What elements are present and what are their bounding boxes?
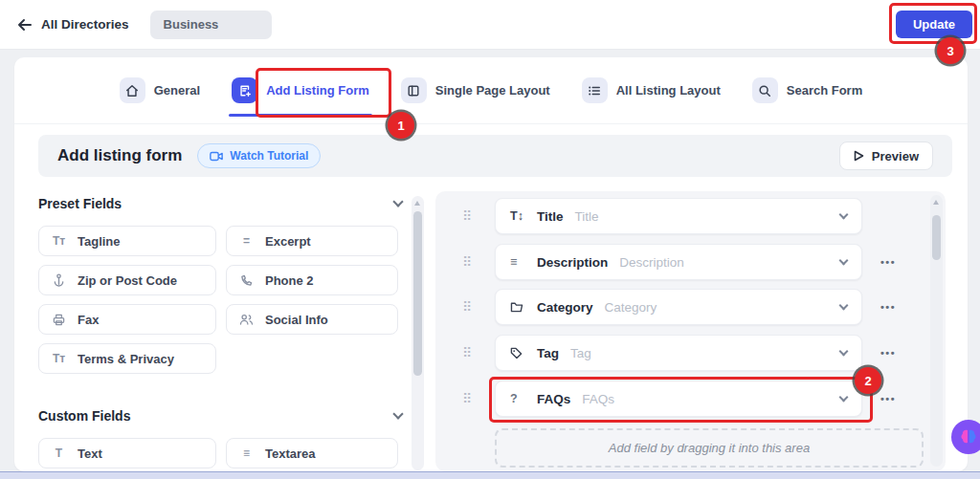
field-card-tagline[interactable]: Tт Tagline (38, 226, 216, 256)
drop-zone-hint: Add field by dragging it into this area (609, 441, 810, 455)
search-icon (752, 77, 778, 103)
form-plus-icon (232, 77, 257, 103)
tab-single-page-layout[interactable]: Single Page Layout (401, 57, 550, 124)
top-bar: All Directories Business Update (0, 0, 980, 50)
drag-handle-icon[interactable]: ⠿ (462, 252, 472, 272)
directory-name-chip[interactable]: Business (150, 11, 272, 39)
chevron-down-icon (392, 196, 403, 207)
tab-label: General (154, 83, 200, 98)
form-row-tag: ⠿ Tag Tag ••• (435, 335, 946, 371)
preview-button[interactable]: Preview (839, 142, 933, 170)
row-options-menu-icon[interactable]: ••• (874, 335, 902, 371)
field-card-textarea[interactable]: ≡ Textarea (226, 438, 398, 468)
update-button[interactable]: Update (896, 11, 972, 38)
field-card-phone2[interactable]: Phone 2 (226, 265, 398, 295)
custom-fields-header[interactable]: Custom Fields (38, 408, 402, 424)
form-row-card[interactable]: ≡ Description Description (495, 244, 862, 280)
chevron-down-icon (839, 210, 849, 220)
printer-icon (51, 314, 67, 326)
text-icon: T (51, 446, 67, 460)
scroll-up-arrow-icon[interactable] (933, 200, 939, 205)
page-layout-icon (401, 77, 427, 103)
form-row-category: ⠿ Category Category ••• (435, 289, 946, 325)
chevron-down-icon (392, 408, 403, 419)
left-panel-scrollbar[interactable] (412, 196, 424, 470)
tab-label: Search Form (787, 83, 862, 98)
row-options-menu-icon[interactable]: ••• (874, 244, 902, 280)
phone-icon (238, 274, 255, 287)
assistant-widget-button[interactable] (951, 420, 980, 454)
tab-add-listing-form[interactable]: Add Listing Form (232, 57, 369, 124)
watch-tutorial-label: Watch Tutorial (230, 149, 308, 163)
play-icon (854, 150, 864, 162)
tab-label: Add Listing Form (266, 83, 369, 98)
home-icon (120, 77, 145, 103)
page-title: Add listing form (57, 146, 182, 165)
custom-fields-grid: T Text ≡ Textarea (38, 438, 402, 468)
form-builder-canvas: ⠿ T↕ Title Title ⠿ ≡ Description Descrip… (435, 191, 946, 471)
drag-handle-icon[interactable]: ⠿ (462, 207, 472, 226)
preset-fields-header[interactable]: Preset Fields (38, 196, 402, 211)
form-row-card[interactable]: Category Category (495, 289, 862, 325)
list-icon (582, 77, 608, 103)
people-icon (238, 314, 255, 325)
text-style-icon: Tт (51, 352, 67, 365)
fields-sidebar: Preset Fields Tт Tagline = Excerpt Zip o… (38, 196, 402, 468)
custom-fields-title: Custom Fields (38, 408, 130, 424)
scrollbar-thumb[interactable] (932, 215, 941, 260)
preset-fields-grid: Tт Tagline = Excerpt Zip or Post Code (38, 226, 402, 374)
drag-drop-zone[interactable]: Add field by dragging it into this area (495, 428, 924, 468)
field-card-zip[interactable]: Zip or Post Code (38, 265, 216, 295)
scroll-up-arrow-icon[interactable] (414, 201, 420, 206)
chevron-down-icon (839, 256, 849, 266)
title-field-icon: T↕ (510, 209, 527, 223)
row-options-menu-icon[interactable]: ••• (874, 381, 902, 417)
back-to-directories[interactable]: All Directories (17, 17, 129, 32)
folder-icon (510, 301, 527, 313)
preview-label: Preview (872, 149, 919, 163)
field-card-terms-privacy[interactable]: Tт Terms & Privacy (38, 343, 216, 374)
viewport-bottom-strip (0, 471, 980, 479)
tab-all-listing-layout[interactable]: All Listing Layout (582, 57, 721, 124)
back-arrow-icon (17, 18, 33, 32)
form-row-card[interactable]: ? FAQs FAQs (495, 381, 862, 417)
form-row-title: ⠿ T↕ Title Title (435, 198, 946, 234)
text-style-icon: Tт (51, 234, 67, 248)
field-card-fax[interactable]: Fax (38, 304, 216, 335)
description-lines-icon: ≡ (510, 255, 527, 269)
back-label: All Directories (41, 17, 129, 32)
field-card-excerpt[interactable]: = Excerpt (226, 226, 398, 256)
settings-tab-bar: General Add Listing Form Single Page Lay… (14, 57, 968, 124)
row-options-menu-icon[interactable]: ••• (874, 289, 902, 325)
form-row-description: ⠿ ≡ Description Description ••• (435, 244, 946, 280)
preset-fields-title: Preset Fields (38, 196, 122, 211)
watch-tutorial-button[interactable]: Watch Tutorial (197, 143, 321, 168)
brain-icon (959, 428, 978, 446)
drag-handle-icon[interactable]: ⠿ (462, 389, 472, 408)
chevron-down-icon (839, 393, 849, 403)
builder-header-bar: Add listing form Watch Tutorial Preview (38, 135, 952, 177)
field-card-text[interactable]: T Text (38, 438, 216, 468)
video-camera-icon (210, 151, 223, 162)
chevron-down-icon (839, 301, 849, 311)
form-row-card[interactable]: T↕ Title Title (495, 198, 862, 234)
lines-icon: = (238, 234, 255, 248)
drag-handle-icon[interactable]: ⠿ (462, 297, 472, 316)
question-mark-icon: ? (510, 392, 527, 405)
tab-label: All Listing Layout (616, 83, 721, 98)
field-card-social-info[interactable]: Social Info (226, 304, 398, 335)
tab-label: Single Page Layout (435, 83, 550, 98)
textarea-lines-icon: ≡ (238, 446, 255, 460)
chevron-down-icon (839, 347, 849, 357)
form-builder-scrollbar[interactable] (930, 195, 943, 467)
form-row-faqs: ⠿ ? FAQs FAQs ••• (435, 381, 946, 417)
tab-general[interactable]: General (120, 57, 200, 124)
scrollbar-thumb[interactable] (413, 211, 422, 376)
form-row-card[interactable]: Tag Tag (495, 335, 862, 371)
tag-icon (510, 347, 527, 359)
tab-search-form[interactable]: Search Form (752, 57, 862, 124)
drag-handle-icon[interactable]: ⠿ (462, 343, 472, 362)
anchor-pin-icon (51, 273, 67, 287)
